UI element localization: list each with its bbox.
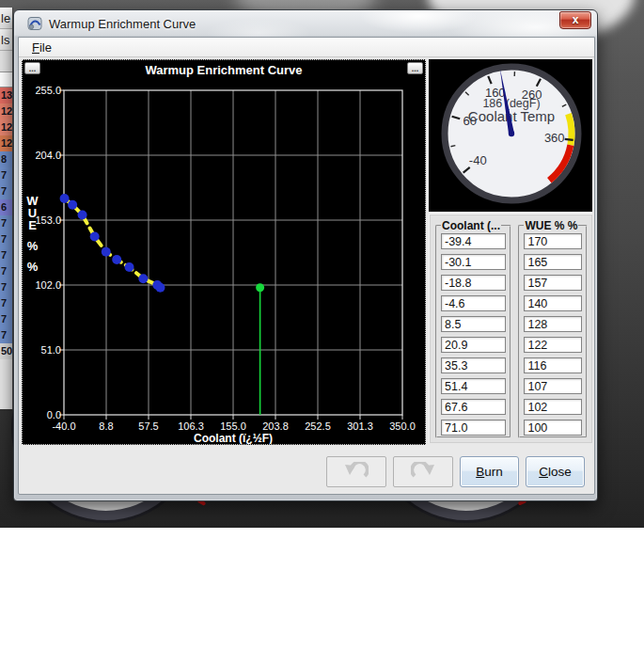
menu-bar: File [19,38,594,57]
dialog-content: -40.08.857.5106.3155.0203.8252.5301.3350… [19,57,594,447]
background-menu-fragment: ls [0,29,12,51]
coolant-column-header: Coolant (... [441,219,501,232]
curve-point[interactable] [60,194,70,203]
svg-text:203.8: 203.8 [262,420,289,432]
curve-point[interactable] [138,274,148,283]
background-table-cell: 50 [0,343,12,359]
undo-button[interactable] [326,456,386,487]
coolant-cell-9[interactable] [441,420,506,436]
curve-point[interactable] [125,262,134,272]
background-window-strip: le ls 1312121287767777777750 [0,8,13,409]
svg-text:-40: -40 [469,153,487,167]
close-button[interactable]: Close [526,456,585,487]
coolant-cell-7[interactable] [441,378,506,394]
svg-text:0.0: 0.0 [47,409,61,420]
coolant-cell-8[interactable] [441,399,506,415]
background-table-cell: 7 [0,327,12,343]
background-table-cell: 7 [0,247,12,263]
menu-file[interactable]: File [27,40,56,55]
coolant-cell-5[interactable] [441,337,506,353]
button-bar: Burn Close [19,447,594,496]
window-title: Warmup Enrichment Curve [49,17,196,31]
svg-text:252.5: 252.5 [305,420,331,432]
wue-cell-2[interactable] [524,275,582,291]
coolant-gauge-panel: -4060160260360186 (degF)Coolant Temp [429,59,592,212]
title-bar[interactable]: Warmup Enrichment Curve x [18,10,593,37]
svg-text:-40.0: -40.0 [52,420,75,432]
curve-point[interactable] [112,255,121,264]
background-table-cell: 12 [0,103,12,119]
wue-cell-0[interactable] [524,233,582,249]
burn-button[interactable]: Burn [460,456,519,487]
curve-chart-panel[interactable]: -40.08.857.5106.3155.0203.8252.5301.3350… [22,59,426,445]
svg-text:360: 360 [544,131,565,145]
chart-drag-handle-left[interactable]: ... [24,62,40,74]
background-table-cell: 7 [0,295,12,311]
wue-column-group: WUE % % [518,219,588,438]
curve-point[interactable] [68,200,77,210]
svg-text:Coolant (ï¿½F): Coolant (ï¿½F) [194,432,273,444]
coolant-cell-6[interactable] [441,357,506,373]
chart-title: Warmup Enrichment Curve [23,63,425,77]
screen: le ls 1312121287767777777750 Warmup Enri… [0,0,644,650]
curve-point[interactable] [78,211,87,220]
warmup-enrichment-dialog: Warmup Enrichment Curve x File -40.08.85… [13,9,598,501]
background-table-cell: 7 [0,231,12,247]
svg-text:51.0: 51.0 [41,344,61,356]
background-menu-fragment: le [0,8,12,29]
svg-text:106.3: 106.3 [178,420,204,432]
coolant-cell-0[interactable] [441,233,506,249]
chart-y-axis-label: WUE%% [24,195,40,273]
coolant-temp-gauge: -4060160260360186 (degF)Coolant Temp [429,59,592,212]
curve-value-table: Coolant (... WUE % % [429,214,592,443]
svg-text:204.0: 204.0 [35,150,61,161]
wue-cell-9[interactable] [524,420,582,436]
curve-point[interactable] [90,232,100,242]
background-table-cell: 7 [0,263,12,279]
wue-cell-7[interactable] [524,378,582,394]
background-table-cell: 8 [0,151,12,167]
coolant-cell-3[interactable] [441,295,506,311]
wue-cell-5[interactable] [524,337,582,353]
svg-text:57.5: 57.5 [138,420,158,432]
background-table-cell: 7 [0,311,12,327]
current-coolant-dot [256,283,264,292]
redo-icon [411,462,435,481]
svg-text:350.0: 350.0 [389,420,416,432]
background-toolbar-fragment [0,71,12,87]
svg-text:255.0: 255.0 [35,85,61,96]
warmup-curve-chart[interactable]: -40.08.857.5106.3155.0203.8252.5301.3350… [23,60,425,444]
svg-text:102.0: 102.0 [35,279,61,291]
curve-point[interactable] [102,247,111,257]
background-table-cell: 7 [0,215,12,231]
background-table-cell: 6 [0,199,12,215]
redo-button[interactable] [393,456,453,487]
background-table-cell: 7 [0,279,12,295]
wue-cell-4[interactable] [524,316,582,332]
svg-text:155.0: 155.0 [220,420,246,432]
background-table-cell: 7 [0,167,12,183]
coolant-cell-2[interactable] [441,275,506,291]
background-table-cell: 7 [0,183,12,199]
coolant-column-group: Coolant (... [435,219,511,438]
coolant-cell-1[interactable] [441,254,506,270]
svg-text:301.3: 301.3 [347,420,373,432]
wue-column-header: WUE % % [524,219,578,232]
background-table-cell: 13 [0,87,12,103]
wue-cell-6[interactable] [524,357,582,373]
wue-cell-8[interactable] [524,399,582,415]
coolant-cell-4[interactable] [441,316,506,332]
chart-drag-handle-right[interactable]: ... [407,62,423,74]
background-table-cell: 12 [0,119,12,135]
wue-cell-3[interactable] [524,295,582,311]
undo-icon [344,462,369,481]
svg-text:8.8: 8.8 [99,420,113,432]
wue-cell-1[interactable] [524,254,582,270]
background-table-cell: 12 [0,135,12,151]
dialog-body: File -40.08.857.5106.3155.0203.8252.5301… [18,37,595,495]
background-table-column: 1312121287767777777750 [0,87,12,359]
curve-point[interactable] [155,283,165,293]
close-window-button[interactable]: x [559,11,591,29]
app-icon [27,16,42,31]
